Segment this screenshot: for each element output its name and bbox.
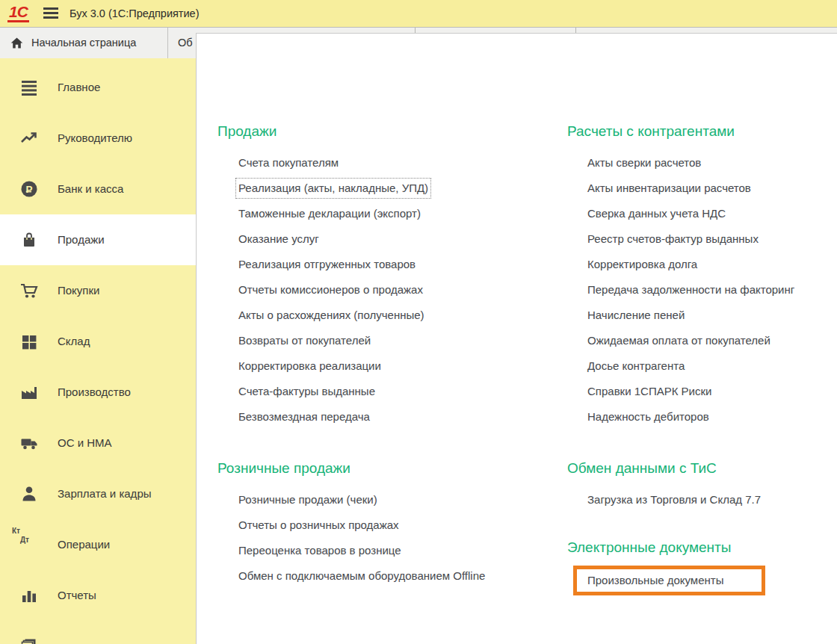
top-bar: 1С Бух 3.0 (1С:Предприятие) <box>0 0 837 27</box>
tab-truncated-label: Об <box>178 28 193 58</box>
sidebar-item-label: Склад <box>58 316 90 367</box>
menu-link[interactable]: Корректировка реализации <box>238 359 381 374</box>
sales-section-menu-panel: ПродажиСчета покупателямРеализация (акты… <box>196 33 837 644</box>
menu-link[interactable]: Обмен с подключаемым оборудованием Offli… <box>238 569 485 583</box>
section-header: Электронные документы <box>567 539 731 557</box>
menu-link[interactable]: Надежность дебиторов <box>587 409 709 424</box>
menu-link[interactable]: Досье контрагента <box>587 359 685 374</box>
section-header: Обмен данными с ТиС <box>567 459 717 477</box>
sidebar-item-label: Продажи <box>58 214 105 265</box>
sidebar-item-label: Отчеты <box>58 570 96 621</box>
factory-icon <box>20 383 38 401</box>
menu-link[interactable]: Справки 1СПАРК Риски <box>587 384 711 399</box>
menu-icon <box>20 78 38 96</box>
sidebar-item-Производство[interactable]: Производство <box>0 367 196 418</box>
sidebar-item-label: ОС и НМА <box>58 418 112 468</box>
sidebar-item-Продажи[interactable]: Продажи <box>0 214 196 265</box>
sidebar-item-label: Покупки <box>58 265 99 316</box>
1c-logo: 1С <box>7 4 29 22</box>
menu-link[interactable]: Корректировка долга <box>587 257 697 272</box>
menu-link[interactable]: Передача задолженности на факторинг <box>587 282 794 297</box>
menu-link[interactable]: Отчеты комиссионеров о продажах <box>238 282 423 297</box>
sidebar-item-Покупки[interactable]: Покупки <box>0 265 196 316</box>
sidebar-item-label: Зарплата и кадры <box>58 468 152 519</box>
sidebar-item-Отчеты[interactable]: Отчеты <box>0 570 196 621</box>
menu-link[interactable]: Акты сверки расчетов <box>587 155 701 170</box>
menu-link[interactable]: Произвольные документы <box>587 573 723 588</box>
menu-link[interactable]: Реализация отгруженных товаров <box>238 257 416 272</box>
menu-link[interactable]: Акты инвентаризации расчетов <box>587 181 751 196</box>
menu-link[interactable]: Акты о расхождениях (полученные) <box>238 308 424 323</box>
sidebar-item-Банк и касса[interactable]: РБанк и касса <box>0 164 196 214</box>
menu-link[interactable]: Ожидаемая оплата от покупателей <box>587 333 770 348</box>
catalogs-icon <box>20 637 38 644</box>
bag-icon <box>20 231 38 249</box>
menu-link[interactable]: Реализация (акты, накладные, УПД) <box>238 181 428 196</box>
menu-link[interactable]: Начисление пеней <box>587 308 685 323</box>
warehouse-icon <box>20 332 38 350</box>
dtkt-icon: ДтКт <box>20 536 38 554</box>
truck-icon <box>20 434 38 452</box>
person-icon <box>20 485 38 503</box>
chart-icon <box>20 586 38 604</box>
menu-link[interactable]: Счета покупателям <box>238 155 339 170</box>
sidebar-item-Склад[interactable]: Склад <box>0 316 196 367</box>
sidebar-item-Операции[interactable]: ДтКтОперации <box>0 519 196 570</box>
window-title: Бух 3.0 (1С:Предприятие) <box>70 0 200 27</box>
sidebar-item-Зарплата и кадры[interactable]: Зарплата и кадры <box>0 468 196 519</box>
sidebar-item-partial[interactable] <box>0 621 196 644</box>
tab-home-page[interactable]: Начальная страница <box>0 28 168 58</box>
menu-link[interactable]: Реестр счетов-фактур выданных <box>587 232 759 247</box>
section-header: Розничные продажи <box>217 459 350 477</box>
sidebar: ГлавноеРуководителюРБанк и кассаПродажиП… <box>0 58 196 644</box>
sidebar-item-ОС и НМА[interactable]: ОС и НМА <box>0 418 196 468</box>
main-menu-hamburger-icon[interactable] <box>43 7 58 19</box>
menu-link[interactable]: Таможенные декларации (экспорт) <box>238 206 421 221</box>
tab-home-label: Начальная страница <box>31 28 136 58</box>
section-header: Расчеты с контрагентами <box>567 123 735 140</box>
sidebar-item-label: Главное <box>58 62 100 113</box>
menu-link[interactable]: Розничные продажи (чеки) <box>238 492 377 507</box>
menu-link[interactable]: Переоценка товаров в рознице <box>238 543 401 558</box>
menu-link[interactable]: Сверка данных учета НДС <box>587 206 726 221</box>
home-icon <box>10 37 23 49</box>
highlight-annotation-box: Произвольные документы <box>573 566 765 595</box>
sidebar-item-label: Руководителю <box>58 113 132 164</box>
menu-link[interactable]: Загрузка из Торговля и Склад 7.7 <box>587 492 761 507</box>
cart-icon <box>20 282 38 300</box>
ruble-icon: Р <box>20 180 38 198</box>
trend-icon <box>20 129 38 147</box>
menu-link[interactable]: Возвраты от покупателей <box>238 333 371 348</box>
sidebar-item-label: Производство <box>58 367 131 418</box>
menu-link[interactable]: Безвозмездная передача <box>238 409 370 424</box>
sidebar-item-Руководителю[interactable]: Руководителю <box>0 113 196 164</box>
sidebar-item-Главное[interactable]: Главное <box>0 62 196 113</box>
svg-text:Р: Р <box>25 184 32 195</box>
sidebar-item-label: Операции <box>58 519 110 570</box>
menu-link[interactable]: Отчеты о розничных продажах <box>238 518 399 533</box>
menu-link[interactable]: Счета-фактуры выданные <box>238 384 375 399</box>
menu-link[interactable]: Оказание услуг <box>238 232 319 247</box>
section-header: Продажи <box>217 123 277 140</box>
sidebar-item-label: Банк и касса <box>58 164 123 214</box>
